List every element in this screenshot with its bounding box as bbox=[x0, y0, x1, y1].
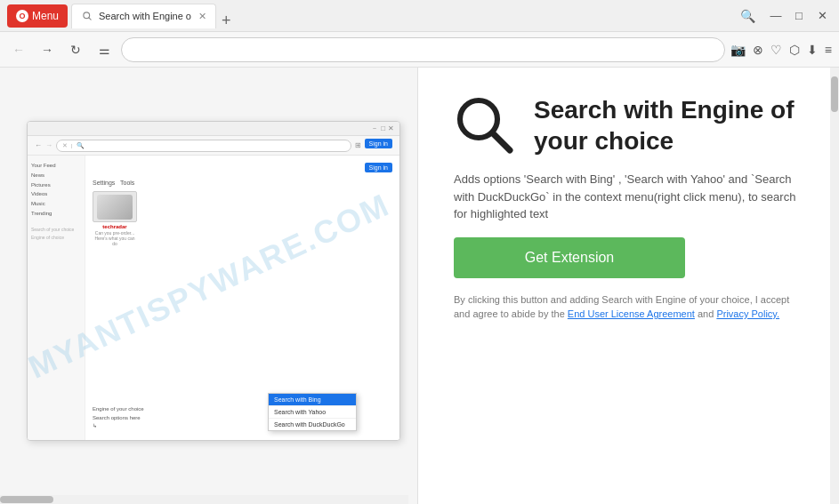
opera-logo: O bbox=[16, 10, 28, 22]
ss-sidebar-item-4: Videos bbox=[31, 189, 81, 199]
badge-icon[interactable]: ⬡ bbox=[789, 43, 800, 57]
svg-line-3 bbox=[493, 133, 510, 150]
navbar-right: 📷 ⊗ ♡ ⬡ ⬇ ≡ bbox=[730, 43, 832, 57]
ss-sidebar-item-1: Your Feed bbox=[31, 161, 81, 171]
extension-title: Search with Engine of your choice bbox=[534, 94, 803, 156]
extension-description: Adds options 'Search with Bing' , 'Searc… bbox=[454, 171, 803, 223]
ss-search-icon: ✕ bbox=[62, 142, 68, 149]
ss-main-signin: Sign in bbox=[365, 163, 392, 172]
page-content: MYANTISPYWARE.COM － □ ✕ ← → ✕ bbox=[0, 68, 839, 504]
ss-thumb-img-1 bbox=[93, 191, 137, 222]
download-icon[interactable]: ⬇ bbox=[807, 43, 818, 57]
ss-lower-area: Engine of your choice Search options her… bbox=[93, 405, 392, 431]
ss-sidebar-item-5: Music bbox=[31, 199, 81, 209]
ss-maximize-icon: □ bbox=[381, 124, 385, 132]
ss-ctx-item-yahoo: Search with Yahoo bbox=[269, 406, 356, 419]
left-panel: MYANTISPYWARE.COM － □ ✕ ← → ✕ bbox=[0, 68, 418, 504]
ss-ctx-item-ddg: Search with DuckDuckGo bbox=[269, 419, 356, 430]
ss-grid-icon: ⊞ bbox=[355, 141, 361, 149]
menu-button[interactable]: O Menu bbox=[7, 4, 68, 28]
address-bar[interactable] bbox=[121, 37, 725, 62]
ss-sidebar-item-3: Pictures bbox=[31, 180, 81, 190]
ss-main-top: Sign in bbox=[93, 163, 392, 176]
scrollbar-bottom[interactable] bbox=[0, 495, 408, 504]
ss-main: Sign in Settings Tools techr bbox=[85, 156, 399, 440]
ss-mag-icon: 🔍 bbox=[77, 142, 85, 149]
ss-address-bar: ✕ | 🔍 bbox=[56, 140, 351, 152]
minimize-button[interactable]: — bbox=[766, 6, 786, 26]
screenshot-browser: － □ ✕ ← → ✕ | 🔍 ⊞ bbox=[27, 121, 400, 441]
ss-minimize-icon: － bbox=[371, 124, 378, 133]
terms-text: By clicking this button and adding Searc… bbox=[454, 292, 803, 322]
window-controls: — □ ✕ bbox=[766, 6, 832, 26]
ss-close-icon: ✕ bbox=[388, 124, 394, 132]
ss-sidebar-item-6: Trending bbox=[31, 209, 81, 219]
ss-thumbnail-row: techradar Can you pre-order...Here's wha… bbox=[93, 191, 392, 246]
heart-icon[interactable]: ♡ bbox=[770, 43, 782, 57]
tab-favicon bbox=[81, 10, 93, 22]
ss-ctx-item-bing: Search with Bing bbox=[269, 394, 356, 406]
terms-and: and bbox=[695, 308, 716, 319]
scrollbar-bottom-thumb bbox=[0, 496, 53, 503]
ss-thumb-desc-1: Can you pre-order...Here's what you can … bbox=[93, 230, 137, 246]
ss-titlebar: － □ ✕ bbox=[28, 122, 399, 136]
navbar: ← → ↻ ⚌ 📷 ⊗ ♡ ⬡ ⬇ ≡ bbox=[0, 32, 839, 68]
privacy-link[interactable]: Privacy Policy. bbox=[716, 308, 779, 319]
ss-navbar: ← → ✕ | 🔍 ⊞ Sign in bbox=[28, 136, 399, 156]
extension-header: Search with Engine of your choice bbox=[454, 94, 803, 156]
browser-frame: O Menu Search with Engine o ✕ + 🔍 — □ bbox=[0, 0, 839, 504]
ss-sidebar-footer-2: Engine of choice bbox=[31, 234, 81, 242]
camera-icon[interactable]: 📷 bbox=[730, 43, 746, 57]
forward-button[interactable]: → bbox=[36, 38, 59, 61]
tab-bar: Search with Engine o ✕ + bbox=[71, 4, 737, 28]
ps5-image bbox=[97, 195, 133, 220]
tab-title: Search with Engine o bbox=[99, 11, 191, 21]
ss-context-menu: Search with Bing Search with Yahoo Searc… bbox=[268, 393, 357, 431]
scrollbar-right[interactable] bbox=[830, 68, 839, 504]
extension-search-icon bbox=[454, 94, 516, 156]
search-titlebar-icon[interactable]: 🔍 bbox=[740, 9, 755, 23]
terms-link[interactable]: End User License Agreement bbox=[568, 308, 695, 319]
reload-button[interactable]: ↻ bbox=[64, 38, 87, 61]
new-tab-button[interactable]: + bbox=[216, 12, 237, 28]
ss-back-icon: ← bbox=[35, 141, 42, 149]
close-tab-icon[interactable]: ✕ bbox=[198, 11, 206, 22]
screenshot-container: － □ ✕ ← → ✕ | 🔍 ⊞ bbox=[27, 121, 409, 459]
ss-thumb-1: techradar Can you pre-order...Here's wha… bbox=[93, 191, 137, 246]
ss-body: Your Feed News Pictures Videos Music Tre… bbox=[28, 156, 399, 440]
active-tab[interactable]: Search with Engine o ✕ bbox=[71, 4, 216, 28]
ss-settings-tools: Settings Tools bbox=[93, 180, 392, 186]
ss-sidebar-footer-1: Search of your choice bbox=[31, 226, 81, 234]
tabs-button[interactable]: ⚌ bbox=[93, 38, 116, 61]
svg-line-1 bbox=[89, 18, 91, 20]
ss-forward-icon: → bbox=[45, 141, 52, 149]
hamburger-menu-icon[interactable]: ≡ bbox=[825, 43, 832, 57]
menu-label: Menu bbox=[32, 10, 59, 22]
ss-nav-icons: ⊞ bbox=[355, 141, 361, 149]
get-extension-button[interactable]: Get Extension bbox=[454, 237, 685, 278]
scrollbar-thumb bbox=[831, 76, 838, 112]
shield-icon[interactable]: ⊗ bbox=[753, 43, 763, 57]
ss-signin-btn: Sign in bbox=[365, 139, 392, 148]
title-bar-controls: 🔍 — □ ✕ bbox=[740, 6, 832, 26]
title-bar: O Menu Search with Engine o ✕ + 🔍 — □ bbox=[0, 0, 839, 32]
back-button[interactable]: ← bbox=[7, 38, 30, 61]
right-panel: Search with Engine of your choice Adds o… bbox=[418, 68, 839, 504]
ss-thumb-label-1: techradar bbox=[93, 224, 137, 229]
ss-sidebar: Your Feed News Pictures Videos Music Tre… bbox=[28, 156, 85, 440]
ss-sidebar-item-2: News bbox=[31, 171, 81, 180]
close-button[interactable]: ✕ bbox=[812, 6, 832, 26]
maximize-button[interactable]: □ bbox=[789, 6, 809, 26]
